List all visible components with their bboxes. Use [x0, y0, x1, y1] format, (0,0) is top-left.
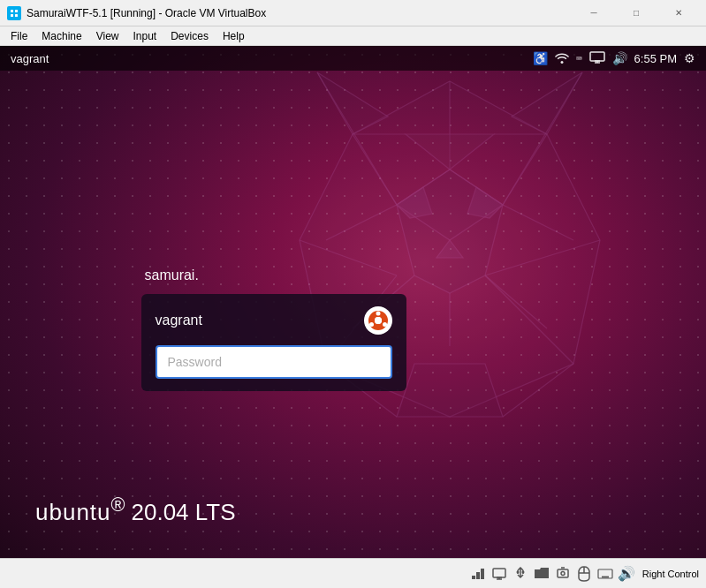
svg-rect-44 [481, 569, 484, 579]
svg-rect-53 [558, 569, 568, 577]
svg-point-40 [383, 322, 387, 327]
user-info-row: vagrant [156, 306, 392, 335]
accessibility-icon[interactable]: ♿ [533, 51, 548, 65]
ubuntu-branding: ubuntu® 20.04 LTS [35, 494, 236, 526]
topbar-title: vagrant [11, 52, 533, 65]
password-input[interactable] [156, 345, 392, 379]
svg-rect-45 [493, 569, 505, 577]
svg-point-54 [561, 571, 565, 575]
svg-rect-3 [11, 14, 13, 17]
menu-item-input[interactable]: Input [126, 26, 164, 45]
svg-rect-1 [11, 10, 13, 12]
svg-rect-33 [590, 52, 604, 61]
taskbar-network-icon[interactable] [469, 565, 487, 583]
menu-item-view[interactable]: View [89, 26, 126, 45]
ubuntu-text-label: ubuntu® [35, 494, 126, 526]
svg-rect-43 [476, 572, 480, 579]
menu-item-machine[interactable]: Machine [34, 26, 88, 45]
svg-rect-4 [15, 14, 18, 17]
right-control-label: Right Control [642, 569, 699, 579]
menubar: FileMachineViewInputDevicesHelp [0, 26, 706, 46]
login-panel: samurai. vagrant [141, 268, 406, 391]
vm-display[interactable]: vagrant ♿ ⌨ [0, 46, 706, 588]
settings-icon[interactable]: ⚙ [684, 51, 695, 65]
svg-point-38 [375, 317, 382, 324]
menu-item-file[interactable]: File [4, 26, 34, 45]
svg-point-39 [376, 312, 380, 316]
ubuntu-logo-inner [368, 311, 388, 330]
fox-graphic [264, 64, 635, 470]
minimize-button[interactable]: ─ [573, 0, 614, 26]
svg-rect-0 [9, 8, 19, 19]
ubuntu-background: vagrant ♿ ⌨ [0, 46, 706, 588]
menu-item-devices[interactable]: Devices [163, 26, 216, 45]
taskbar-shared-folder-icon[interactable] [533, 565, 550, 583]
taskbar-mouse-icon[interactable] [575, 565, 593, 583]
taskbar-display-icon[interactable] [490, 565, 508, 583]
ubuntu-logo [364, 306, 392, 335]
wifi-icon[interactable] [555, 50, 569, 67]
ubuntu-topbar: vagrant ♿ ⌨ [0, 46, 706, 71]
samurai-label: samurai. [145, 268, 199, 283]
taskbar-screen-capture-icon[interactable] [554, 565, 572, 583]
svg-point-41 [369, 322, 374, 327]
taskbar-audio-icon[interactable]: 🔊 [618, 565, 635, 583]
close-button[interactable]: ✕ [658, 0, 699, 26]
keyboard-layout-icon[interactable]: ⌨ [576, 53, 582, 64]
maximize-button[interactable]: □ [616, 0, 657, 26]
window-controls: ─ □ ✕ [573, 0, 699, 26]
titlebar: SamuraiWTF-5.1 [Running] - Oracle VM Vir… [0, 0, 706, 26]
app-icon [7, 6, 21, 20]
taskbar-keyboard-icon[interactable] [596, 565, 614, 583]
taskbar: 🔊 Right Control [0, 558, 706, 588]
topbar-system-icons: ♿ ⌨ [533, 50, 695, 67]
svg-marker-15 [397, 364, 503, 417]
svg-rect-42 [472, 576, 475, 579]
window-title: SamuraiWTF-5.1 [Running] - Oracle VM Vir… [27, 7, 573, 19]
ubuntu-version-label: 20.04 LTS [132, 499, 236, 526]
user-name-label: vagrant [156, 313, 202, 328]
volume-icon[interactable]: 🔊 [612, 51, 627, 65]
display-icon[interactable] [589, 51, 605, 66]
topbar-time: 6:55 PM [634, 52, 677, 65]
menu-item-help[interactable]: Help [216, 26, 252, 45]
user-box: vagrant [141, 294, 406, 391]
taskbar-usb-icon[interactable] [512, 565, 529, 583]
svg-rect-2 [15, 10, 18, 12]
